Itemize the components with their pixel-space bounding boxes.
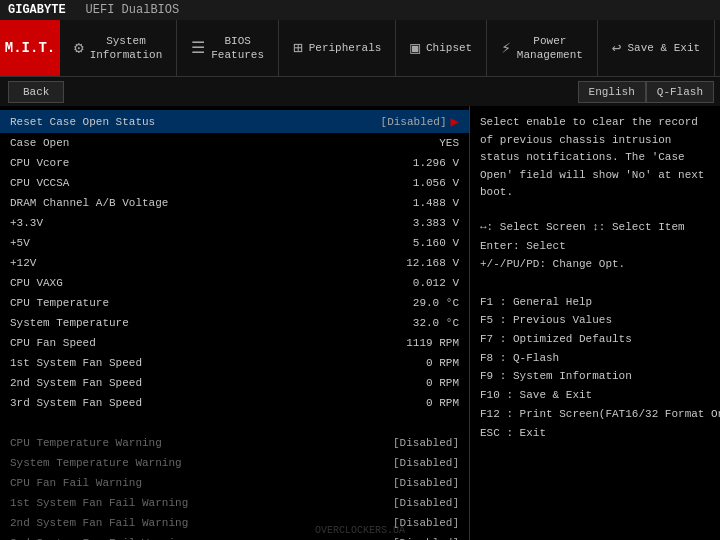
setting-name-cpu-vaxg: CPU VAXG [10, 277, 63, 289]
help-text: Select enable to clear the record of pre… [480, 114, 710, 202]
setting-row-cpu-temp-warn[interactable]: CPU Temperature Warning[Disabled] [0, 433, 469, 453]
back-button[interactable]: Back [8, 81, 64, 103]
setting-name-v12: +12V [10, 257, 36, 269]
setting-name-sys-fan3: 3rd System Fan Speed [10, 397, 142, 409]
chipset-icon: ▣ [410, 38, 420, 58]
left-panel: Reset Case Open Status[Disabled]▶Case Op… [0, 106, 470, 540]
setting-row-cpu-vaxg: CPU VAXG0.012 V [0, 273, 469, 293]
brand-title: GIGABYTE [8, 3, 66, 17]
setting-value-sys-fan1: 0 RPM [426, 357, 459, 369]
setting-row-cpu-temp: CPU Temperature29.0 °C [0, 293, 469, 313]
setting-row-cpu-vccsa: CPU VCCSA1.056 V [0, 173, 469, 193]
setting-name-sys-temp-warn: System Temperature Warning [10, 457, 182, 469]
peripherals-icon: ⊞ [293, 38, 303, 58]
hint-line: ↔: Select Screen ↕: Select Item [480, 218, 710, 237]
setting-value-sys-fan1-warn: [Disabled] [393, 497, 459, 509]
setting-row-sys-fan2-warn[interactable]: 2nd System Fan Fail Warning[Disabled] [0, 513, 469, 533]
setting-value-cpu-temp-warn: [Disabled] [393, 437, 459, 449]
hint-line: Enter: Select [480, 237, 710, 256]
nav-bar: M.I.T. ⚙SystemInformation☰BIOSFeatures⊞P… [0, 20, 720, 76]
setting-value-sys-fan2: 0 RPM [426, 377, 459, 389]
peripherals-label: Peripherals [309, 41, 382, 55]
hint-line [480, 274, 710, 293]
setting-value-sys-temp: 32.0 °C [413, 317, 459, 329]
setting-value-sys-fan2-warn: [Disabled] [393, 517, 459, 529]
setting-name-sys-temp: System Temperature [10, 317, 129, 329]
setting-row-sys-fan1: 1st System Fan Speed0 RPM [0, 353, 469, 373]
nav-item-chipset[interactable]: ▣Chipset [396, 20, 487, 76]
arrow-indicator-reset-case: ▶ [451, 113, 459, 130]
setting-row-case-open: Case OpenYES [0, 133, 469, 153]
hint-line: F7 : Optimized Defaults [480, 330, 710, 349]
setting-name-sys-fan2-warn: 2nd System Fan Fail Warning [10, 517, 188, 529]
nav-item-save-exit[interactable]: ↩Save & Exit [598, 20, 715, 76]
setting-name-sys-fan2: 2nd System Fan Speed [10, 377, 142, 389]
setting-value-v5: 5.160 V [413, 237, 459, 249]
nav-item-system-information[interactable]: ⚙SystemInformation [60, 20, 177, 76]
bios-features-label: BIOSFeatures [211, 34, 264, 63]
system-information-label: SystemInformation [90, 34, 163, 63]
setting-row-sys-fan1-warn[interactable]: 1st System Fan Fail Warning[Disabled] [0, 493, 469, 513]
system-information-icon: ⚙ [74, 38, 84, 58]
setting-value-sys-temp-warn: [Disabled] [393, 457, 459, 469]
setting-name-cpu-fan-speed: CPU Fan Speed [10, 337, 96, 349]
nav-item-power-management[interactable]: ⚡PowerManagement [487, 20, 598, 76]
setting-name-cpu-vcore: CPU Vcore [10, 157, 69, 169]
nav-item-peripherals[interactable]: ⊞Peripherals [279, 20, 396, 76]
hint-line: F1 : General Help [480, 293, 710, 312]
setting-row-empty1 [0, 413, 469, 433]
save-exit-icon: ↩ [612, 38, 622, 58]
top-bar: GIGABYTE UEFI DualBIOS [0, 0, 720, 20]
setting-value-cpu-vcore: 1.296 V [413, 157, 459, 169]
nav-item-bios-features[interactable]: ☰BIOSFeatures [177, 20, 279, 76]
bios-features-icon: ☰ [191, 38, 205, 58]
setting-name-v5: +5V [10, 237, 30, 249]
sub-bar: Back English Q-Flash [0, 76, 720, 106]
setting-row-dram-voltage: DRAM Channel A/B Voltage1.488 V [0, 193, 469, 213]
setting-name-case-open: Case Open [10, 137, 69, 149]
setting-value-cpu-vaxg: 0.012 V [413, 277, 459, 289]
hint-line: F8 : Q-Flash [480, 349, 710, 368]
setting-value-case-open: YES [439, 137, 459, 149]
qflash-button[interactable]: Q-Flash [646, 81, 714, 103]
setting-name-sys-fan1-warn: 1st System Fan Fail Warning [10, 497, 188, 509]
setting-row-cpu-vcore: CPU Vcore1.296 V [0, 153, 469, 173]
setting-value-v12: 12.168 V [406, 257, 459, 269]
setting-row-cpu-fan-speed: CPU Fan Speed1119 RPM [0, 333, 469, 353]
setting-row-sys-fan3-warn[interactable]: 3rd System Fan Fail Warning[Disabled] [0, 533, 469, 540]
hint-line: ESC : Exit [480, 424, 710, 443]
setting-name-v33: +3.3V [10, 217, 43, 229]
lang-button[interactable]: English [578, 81, 646, 103]
setting-row-sys-temp-warn[interactable]: System Temperature Warning[Disabled] [0, 453, 469, 473]
setting-value-v33: 3.383 V [413, 217, 459, 229]
setting-name-cpu-temp: CPU Temperature [10, 297, 109, 309]
setting-row-sys-temp: System Temperature32.0 °C [0, 313, 469, 333]
setting-row-v12: +12V12.168 V [0, 253, 469, 273]
setting-name-reset-case: Reset Case Open Status [10, 116, 155, 128]
setting-name-cpu-vccsa: CPU VCCSA [10, 177, 69, 189]
save-exit-label: Save & Exit [628, 41, 701, 55]
setting-row-cpu-fan-warn[interactable]: CPU Fan Fail Warning[Disabled] [0, 473, 469, 493]
setting-value-reset-case: [Disabled] [381, 116, 447, 128]
setting-value-sys-fan3: 0 RPM [426, 397, 459, 409]
setting-name-sys-fan1: 1st System Fan Speed [10, 357, 142, 369]
setting-row-v33: +3.3V3.383 V [0, 213, 469, 233]
setting-row-v5: +5V5.160 V [0, 233, 469, 253]
chipset-label: Chipset [426, 41, 472, 55]
setting-name-cpu-temp-warn: CPU Temperature Warning [10, 437, 162, 449]
setting-row-sys-fan2: 2nd System Fan Speed0 RPM [0, 373, 469, 393]
hint-line: F5 : Previous Values [480, 311, 710, 330]
power-management-icon: ⚡ [501, 38, 511, 58]
setting-value-cpu-fan-speed: 1119 RPM [406, 337, 459, 349]
setting-name-cpu-fan-warn: CPU Fan Fail Warning [10, 477, 142, 489]
setting-name-dram-voltage: DRAM Channel A/B Voltage [10, 197, 168, 209]
setting-row-reset-case[interactable]: Reset Case Open Status[Disabled]▶ [0, 110, 469, 133]
mit-button[interactable]: M.I.T. [0, 20, 60, 76]
setting-value-cpu-temp: 29.0 °C [413, 297, 459, 309]
hint-line: F12 : Print Screen(FAT16/32 Format Only) [480, 405, 710, 424]
setting-value-cpu-vccsa: 1.056 V [413, 177, 459, 189]
right-panel: Select enable to clear the record of pre… [470, 106, 720, 540]
hint-line: +/-/PU/PD: Change Opt. [480, 255, 710, 274]
hint-line: F10 : Save & Exit [480, 386, 710, 405]
key-hints: ↔: Select Screen ↕: Select ItemEnter: Se… [480, 218, 710, 442]
